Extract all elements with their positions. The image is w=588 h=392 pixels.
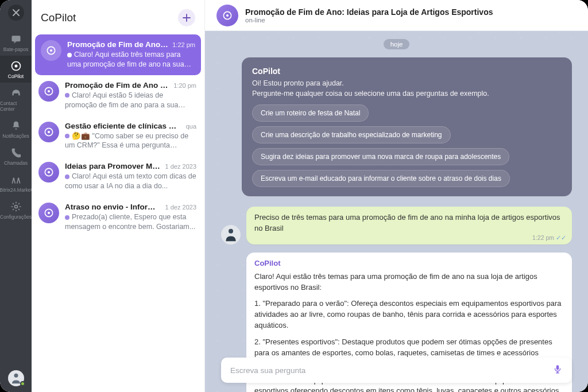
intro-card: CoPilot Oi! Estou pronto para ajudar. Pe…	[242, 57, 572, 196]
nav-item-calls[interactable]: Chamadas	[0, 142, 32, 169]
copilot-avatar-icon	[38, 122, 59, 142]
message-scroll-area[interactable]: hoje CoPilot Oi! Estou pronto para ajuda…	[205, 31, 588, 392]
svg-point-12	[48, 171, 50, 173]
suggestion-chip[interactable]: Crie uma descrição de trabalho especiali…	[252, 126, 451, 143]
conversation-preview: Claro! Aqui estão 5 ideias de promoção d…	[65, 91, 196, 110]
user-message-bubble: Preciso de três temas para uma promoção …	[246, 207, 572, 244]
copilot-avatar-icon	[38, 162, 59, 183]
svg-rect-0	[11, 36, 20, 41]
svg-rect-22	[556, 365, 559, 370]
conversation-item[interactable]: Promoção de Fim de Ano para Loja...1:20 …	[32, 75, 204, 116]
conversation-title: Atraso no envio - Informe ao cli...	[65, 203, 162, 211]
user-avatar-button[interactable]	[8, 370, 24, 386]
chat-status: on-line	[245, 17, 493, 24]
nav-item-market[interactable]: Bitrix24.Market	[0, 169, 32, 196]
message-time: 1:22 pm	[532, 234, 554, 242]
conversation-title: Promoção de Fim de Ano: Ideias p...	[67, 40, 169, 49]
chat-area: Promoção de Fim de Ano: Ideias para Loja…	[205, 0, 588, 392]
svg-point-2	[14, 65, 17, 68]
conversation-title: Ideias para Promover Marca Teen	[65, 162, 162, 170]
nav-rail: Bate-papos CoPilot Contact Center Notifi…	[0, 0, 32, 392]
message-input[interactable]	[230, 366, 550, 375]
nav-item-label: Bate-papos	[3, 46, 28, 52]
gear-icon	[10, 201, 22, 212]
copilot-avatar-icon	[38, 203, 59, 223]
nav-item-notifications[interactable]: Notificações	[0, 115, 32, 142]
nav-item-label: Contact Center	[0, 100, 32, 112]
svg-point-17	[229, 229, 233, 234]
status-online-dot	[20, 381, 25, 386]
nav-item-label: Bitrix24.Market	[0, 187, 32, 193]
nav-item-label: Configurações	[0, 214, 32, 220]
message-row-user: Preciso de três temas para uma promoção …	[221, 207, 572, 244]
nav-item-settings[interactable]: Configurações	[0, 196, 32, 223]
message-text: Preciso de três temas para uma promoção …	[254, 213, 560, 232]
chat-header: Promoção de Fim de Ano: Ideias para Loja…	[205, 0, 588, 31]
conversation-time: 1:22 pm	[172, 41, 195, 48]
message-paragraph: Claro! Aqui estão três temas para uma pr…	[254, 271, 564, 293]
nav-item-label: Chamadas	[4, 160, 28, 166]
conversation-list: CoPilot Promoção de Fim de Ano: Ideias p…	[32, 0, 205, 392]
intro-title: CoPilot	[252, 67, 562, 76]
read-checks-icon: ✓✓	[556, 234, 566, 242]
conversation-title: Promoção de Fim de Ano para Loja...	[65, 81, 170, 90]
chat-icon	[10, 33, 22, 45]
message-sender: CoPilot	[254, 258, 564, 269]
chat-input-bar	[221, 358, 572, 383]
nav-item-label: CoPilot	[8, 73, 24, 79]
user-avatar	[221, 225, 241, 244]
conversation-item[interactable]: Atraso no envio - Informe ao cli...1 dez…	[32, 197, 204, 238]
close-button[interactable]	[8, 5, 24, 21]
svg-point-6	[50, 49, 52, 52]
svg-point-14	[48, 212, 50, 214]
conversation-preview: Claro! Aqui está um texto com dicas de c…	[65, 172, 196, 191]
conversation-time: 1 dez 2023	[165, 204, 196, 211]
conversation-preview: Claro! Aqui estão três temas para uma pr…	[67, 50, 195, 69]
conversation-item[interactable]: Gestão eficiente de clínicas médicas ...…	[32, 116, 204, 157]
conversation-preview: Prezado(a) cliente, Espero que esta mens…	[65, 212, 196, 232]
copilot-avatar-icon	[38, 81, 59, 102]
suggestion-chip[interactable]: Escreva um e-mail educado para informar …	[252, 170, 510, 187]
bell-icon	[10, 120, 22, 131]
svg-point-16	[226, 14, 229, 16]
conversation-title: Gestão eficiente de clínicas médicas ...	[65, 122, 183, 130]
svg-point-3	[14, 205, 17, 208]
suggestion-chip[interactable]: Crie um roteiro de festa de Natal	[252, 104, 369, 122]
headset-icon	[10, 87, 22, 99]
nav-item-contact-center[interactable]: Contact Center	[0, 83, 32, 115]
phone-icon	[10, 147, 22, 158]
svg-point-10	[48, 130, 50, 133]
copilot-avatar-icon	[41, 40, 61, 61]
date-separator: hoje	[384, 39, 410, 49]
nav-item-chats[interactable]: Bate-papos	[0, 29, 32, 56]
copilot-icon	[10, 60, 22, 72]
conversation-time: 1:20 pm	[173, 82, 196, 89]
intro-text: Oi! Estou pronto para ajudar. Pergunte-m…	[252, 78, 562, 99]
conversation-preview: 🤔💼 "Como saber se eu preciso de um CRM?"…	[65, 131, 196, 151]
chat-title: Promoção de Fim de Ano: Ideias para Loja…	[245, 7, 493, 17]
nav-item-copilot[interactable]: CoPilot	[0, 56, 32, 83]
conversation-time: 1 dez 2023	[165, 163, 196, 170]
suggestion-chip[interactable]: Sugira dez ideias para promover uma nova…	[252, 148, 509, 165]
conversation-item[interactable]: Ideias para Promover Marca Teen1 dez 202…	[32, 156, 204, 197]
new-chat-button[interactable]	[178, 9, 195, 26]
market-icon	[10, 174, 22, 185]
voice-input-button[interactable]	[550, 362, 565, 379]
nav-item-label: Notificações	[2, 133, 29, 139]
svg-point-8	[48, 90, 50, 92]
copilot-avatar-icon	[216, 5, 238, 26]
conversation-time: qua	[186, 123, 196, 130]
message-paragraph: 1. "Preparado para o verão": Ofereça des…	[254, 298, 564, 331]
microphone-icon	[552, 364, 563, 374]
svg-point-4	[14, 374, 18, 378]
list-title: CoPilot	[41, 11, 76, 24]
conversation-item[interactable]: Promoção de Fim de Ano: Ideias p...1:22 …	[35, 34, 201, 75]
